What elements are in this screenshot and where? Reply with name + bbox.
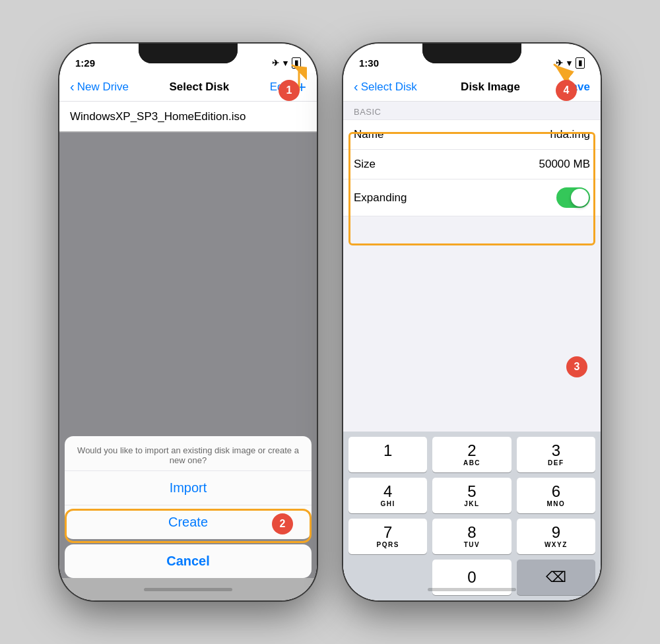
step-badge-3: 3 — [566, 356, 587, 377]
key-9[interactable]: 9 WXYZ — [517, 519, 595, 554]
disk-image-form: Name hda.img Size 50000 MB Expanding — [343, 119, 601, 216]
status-icons-1: ✈ ▾ ▮ — [272, 57, 301, 69]
key-1-sub — [387, 459, 389, 467]
chevron-left-icon: ‹ — [70, 79, 75, 94]
status-bar-1: 1:29 ✈ ▾ ▮ — [59, 44, 317, 73]
keypad-row-2: 4 GHI 5 JKL 6 MNO — [348, 478, 595, 513]
key-6-sub: MNO — [546, 500, 565, 507]
key-9-main: 9 — [552, 525, 560, 540]
action-sheet: Would you like to import an existing dis… — [65, 436, 312, 578]
wifi-icon: ▾ — [283, 58, 288, 68]
key-3-sub: DEF — [548, 459, 564, 467]
key-empty — [348, 560, 427, 595]
keypad-row-1: 1 2 ABC 3 DEF — [348, 437, 595, 472]
status-bar-2: 1:30 ✈ ▾ ▮ — [343, 44, 601, 73]
key-4-sub: GHI — [381, 500, 395, 507]
nav-title-1: Select Disk — [170, 80, 230, 94]
back-label-1: New Drive — [77, 80, 129, 94]
key-3-main: 3 — [552, 443, 560, 459]
key-8-sub: TUV — [464, 541, 480, 548]
nav-title-2: Disk Image — [461, 80, 520, 94]
phone-2: 1:30 ✈ ▾ ▮ ‹ Select Disk Disk Image Save — [343, 44, 601, 600]
phone-1-screen: 1:29 ✈ ▾ ▮ ‹ New Drive Select Disk Edit … — [59, 44, 317, 600]
key-2-main: 2 — [467, 443, 476, 459]
action-sheet-title: Would you like to import an existing dis… — [65, 436, 312, 471]
key-0-main: 0 — [467, 569, 476, 585]
back-label-2: Select Disk — [361, 80, 417, 94]
key-2-sub: ABC — [463, 459, 480, 467]
chevron-left-icon-2: ‹ — [354, 79, 358, 94]
airplane-icon: ✈ — [272, 58, 279, 68]
key-8[interactable]: 8 TUV — [432, 519, 511, 554]
name-value[interactable]: hda.img — [550, 128, 590, 141]
step-badge-4: 4 — [556, 80, 577, 101]
import-button[interactable]: Import — [65, 471, 312, 505]
key-6-main: 6 — [552, 484, 560, 499]
key-7-sub: PQRS — [376, 541, 399, 548]
key-4[interactable]: 4 GHI — [348, 478, 427, 513]
key-1-main: 1 — [383, 443, 392, 459]
status-time-2: 1:30 — [359, 57, 379, 69]
expanding-toggle[interactable] — [556, 187, 590, 208]
key-7[interactable]: 7 PQRS — [348, 519, 427, 554]
back-button-2[interactable]: ‹ Select Disk — [354, 79, 417, 94]
keypad: 1 2 ABC 3 DEF 4 GHI — [343, 432, 601, 600]
size-label: Size — [354, 158, 376, 171]
key-delete[interactable]: ⌫ — [517, 560, 595, 595]
disk-list: WindowsXP_SP3_HomeEdition.iso — [59, 102, 317, 133]
delete-icon: ⌫ — [546, 569, 566, 586]
expanding-row: Expanding — [343, 179, 601, 216]
nav-bar-1: ‹ New Drive Select Disk Edit + — [59, 73, 317, 102]
size-value[interactable]: 50000 MB — [539, 158, 591, 171]
step-badge-2: 2 — [272, 513, 293, 534]
wifi-icon-2: ▾ — [567, 58, 572, 68]
size-row: Size 50000 MB — [343, 150, 601, 179]
battery-icon-2: ▮ — [576, 57, 585, 69]
key-3[interactable]: 3 DEF — [517, 437, 595, 472]
name-row: Name hda.img — [343, 120, 601, 150]
key-2[interactable]: 2 ABC — [432, 437, 511, 472]
status-time-1: 1:29 — [75, 57, 95, 69]
back-button-1[interactable]: ‹ New Drive — [70, 79, 129, 94]
expanding-label: Expanding — [354, 191, 407, 205]
list-item-iso[interactable]: WindowsXP_SP3_HomeEdition.iso — [59, 102, 317, 133]
key-1[interactable]: 1 — [348, 437, 427, 472]
status-icons-2: ✈ ▾ ▮ — [556, 57, 585, 69]
key-9-sub: WXYZ — [544, 541, 568, 548]
key-8-main: 8 — [467, 525, 476, 540]
name-label: Name — [354, 128, 383, 141]
cancel-button[interactable]: Cancel — [65, 544, 312, 578]
toggle-knob — [571, 189, 589, 207]
key-7-main: 7 — [383, 525, 392, 540]
battery-icon: ▮ — [292, 57, 301, 69]
key-5-sub: JKL — [464, 500, 479, 507]
key-4-main: 4 — [383, 484, 392, 499]
step-badge-1: 1 — [279, 80, 300, 101]
phone-1: 1:29 ✈ ▾ ▮ ‹ New Drive Select Disk Edit … — [59, 44, 317, 600]
key-5-main: 5 — [467, 484, 476, 499]
airplane-icon-2: ✈ — [556, 58, 563, 68]
key-5[interactable]: 5 JKL — [432, 478, 511, 513]
phone-2-screen: 1:30 ✈ ▾ ▮ ‹ Select Disk Disk Image Save — [343, 44, 601, 600]
home-bar-2 — [428, 588, 516, 591]
key-6[interactable]: 6 MNO — [517, 478, 595, 513]
keypad-row-3: 7 PQRS 8 TUV 9 WXYZ — [348, 519, 595, 554]
basic-section-label: BASIC — [343, 102, 601, 119]
